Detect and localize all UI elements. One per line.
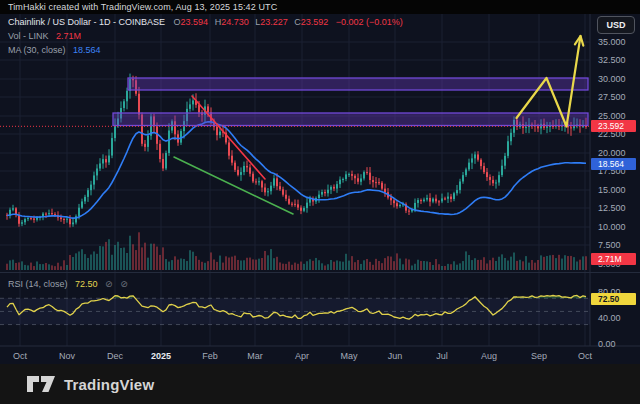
rsi-legend-row[interactable]: RSI (14, close) 72.50 ⊘ ⊘ xyxy=(8,279,128,289)
price-chart-canvas[interactable] xyxy=(0,14,640,364)
ma30-line xyxy=(7,122,586,218)
symbol-legend-row: Chainlink / US Dollar - 1D - COINBASE O2… xyxy=(8,17,403,27)
tradingview-snapshot: TimHakki created with TradingView.com, A… xyxy=(0,0,640,404)
logo-bar: TradingView xyxy=(0,364,640,404)
attribution-text: TimHakki created with TradingView.com, A… xyxy=(8,2,277,12)
symbol-title: Chainlink / US Dollar - 1D - COINBASE xyxy=(8,17,165,27)
volume-legend-label: Vol - LINK xyxy=(8,31,49,41)
tradingview-logo-icon xyxy=(26,373,56,395)
red-descending-trendline xyxy=(192,96,265,179)
rsi-legend-label: RSI (14, close) xyxy=(8,279,68,289)
volume-layer xyxy=(6,232,587,270)
rsi-hide-icon[interactable]: ⊘ xyxy=(105,279,113,289)
ohlc-close-value: 23.592 xyxy=(301,17,329,27)
tradingview-logo-text: TradingView xyxy=(64,376,154,393)
ohlc-open-label: O xyxy=(174,17,181,27)
ma-legend-value: 18.564 xyxy=(73,45,101,55)
volume-legend-value: 2.71M xyxy=(56,31,81,41)
change-value: −0.002 (−0.01%) xyxy=(336,17,403,27)
rsi-settings-icon[interactable]: ⊘ xyxy=(120,279,128,289)
supply-zone-2 xyxy=(113,113,588,126)
ma-legend-row[interactable]: MA (30, close) 18.564 xyxy=(8,45,101,55)
ma-line-layer xyxy=(7,122,586,218)
rsi-legend-value: 72.50 xyxy=(75,279,98,289)
attribution-bar: TimHakki created with TradingView.com, A… xyxy=(0,0,640,14)
ohlc-high-value: 24.730 xyxy=(221,17,249,27)
volume-legend-row[interactable]: Vol - LINK 2.71M xyxy=(8,31,81,41)
tradingview-link[interactable]: TradingView xyxy=(26,373,154,395)
supply-zone-1 xyxy=(128,78,588,90)
drawings-layer[interactable] xyxy=(0,36,590,214)
ohlc-open-value: 23.594 xyxy=(181,17,209,27)
ohlc-low-value: 23.227 xyxy=(260,17,288,27)
currency-toggle-button[interactable]: USD xyxy=(597,16,635,34)
green-descending-trendline xyxy=(174,157,293,214)
ma-legend-label: MA (30, close) xyxy=(8,45,66,55)
